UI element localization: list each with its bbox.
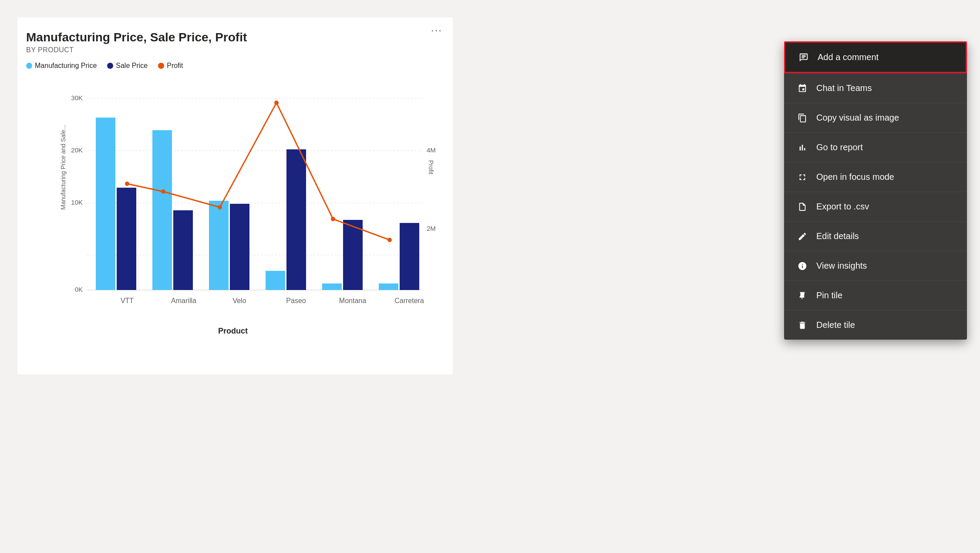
copy-visual-icon — [796, 113, 808, 123]
svg-text:Amarilla: Amarilla — [171, 297, 196, 304]
y-axis-right-label: Profit — [428, 141, 434, 193]
legend-manufacturing-price: Manufacturing Price — [26, 62, 97, 70]
svg-point-26 — [274, 101, 279, 105]
legend-dot-profit — [158, 63, 164, 69]
go-to-report-label: Go to report — [816, 142, 863, 152]
chart-subtitle: BY PRODUCT — [26, 46, 440, 54]
chat-in-teams-icon — [796, 84, 808, 93]
svg-point-24 — [161, 189, 165, 194]
svg-text:Montana: Montana — [339, 297, 366, 304]
menu-item-export-csv[interactable]: Export to .csv — [784, 192, 967, 221]
svg-rect-19 — [322, 283, 342, 290]
menu-item-open-focus[interactable]: Open in focus mode — [784, 162, 967, 192]
legend-dot-sale — [107, 63, 113, 69]
legend-profit: Profit — [158, 62, 183, 70]
chat-in-teams-label: Chat in Teams — [816, 83, 872, 93]
svg-text:Paseo: Paseo — [286, 297, 306, 304]
svg-rect-18 — [286, 149, 306, 290]
copy-visual-label: Copy visual as image — [816, 113, 899, 123]
legend-label-manufacturing: Manufacturing Price — [35, 62, 97, 70]
add-comment-icon — [798, 53, 810, 62]
x-axis-label: Product — [26, 327, 440, 336]
svg-text:20K: 20K — [71, 146, 83, 154]
legend-sale-price: Sale Price — [107, 62, 148, 70]
svg-rect-20 — [343, 220, 363, 290]
svg-text:0K: 0K — [75, 286, 83, 293]
pin-tile-icon — [796, 291, 808, 300]
legend-label-sale: Sale Price — [116, 62, 148, 70]
svg-text:10K: 10K — [71, 199, 83, 206]
svg-text:30K: 30K — [71, 94, 83, 101]
svg-text:2M: 2M — [427, 225, 435, 232]
pin-tile-label: Pin tile — [816, 290, 842, 300]
chart-svg: 30K 20K 10K 0K 4M 2M — [61, 77, 435, 320]
context-menu: Add a comment Chat in Teams Copy visual … — [784, 41, 967, 340]
svg-point-28 — [387, 238, 392, 242]
svg-text:Carretera: Carretera — [394, 297, 424, 304]
export-csv-icon — [796, 202, 808, 212]
svg-rect-13 — [152, 130, 172, 290]
menu-item-go-to-report[interactable]: Go to report — [784, 133, 967, 162]
legend-dot-manufacturing — [26, 63, 32, 69]
menu-item-copy-visual[interactable]: Copy visual as image — [784, 103, 967, 132]
svg-text:Velo: Velo — [232, 297, 246, 304]
view-insights-label: View insights — [816, 261, 867, 271]
menu-item-add-comment[interactable]: Add a comment — [784, 41, 967, 73]
legend-label-profit: Profit — [167, 62, 183, 70]
edit-details-label: Edit details — [816, 231, 859, 241]
add-comment-label: Add a comment — [818, 52, 879, 62]
svg-rect-16 — [230, 204, 249, 290]
export-csv-label: Export to .csv — [816, 202, 869, 212]
svg-text:VTT: VTT — [121, 297, 134, 304]
menu-item-chat-in-teams[interactable]: Chat in Teams — [784, 74, 967, 103]
chart-title: Manufacturing Price, Sale Price, Profit — [26, 30, 440, 44]
svg-rect-22 — [400, 223, 419, 290]
chart-panel: Manufacturing Price, Sale Price, Profit … — [17, 17, 453, 374]
more-options-button[interactable]: ··· — [431, 24, 442, 36]
delete-tile-label: Delete tile — [816, 320, 855, 330]
delete-tile-icon — [796, 320, 808, 330]
svg-rect-21 — [379, 283, 398, 290]
menu-item-pin-tile[interactable]: Pin tile — [784, 281, 967, 310]
go-to-report-icon — [796, 143, 808, 152]
svg-point-25 — [218, 205, 222, 209]
menu-item-delete-tile[interactable]: Delete tile — [784, 310, 967, 340]
open-focus-icon — [796, 172, 808, 182]
svg-point-23 — [125, 182, 129, 186]
svg-point-27 — [331, 217, 335, 221]
svg-rect-11 — [96, 118, 115, 290]
chart-legend: Manufacturing Price Sale Price Profit — [26, 62, 440, 70]
view-insights-icon — [796, 261, 808, 271]
y-axis-left-label: Manufacturing Price and Sale... — [60, 124, 67, 211]
edit-details-icon — [796, 232, 808, 241]
svg-rect-12 — [117, 188, 136, 290]
svg-rect-17 — [266, 271, 285, 290]
menu-item-edit-details[interactable]: Edit details — [784, 222, 967, 251]
svg-rect-14 — [173, 210, 193, 290]
menu-item-view-insights[interactable]: View insights — [784, 251, 967, 280]
svg-rect-15 — [209, 201, 229, 290]
open-focus-label: Open in focus mode — [816, 172, 894, 182]
